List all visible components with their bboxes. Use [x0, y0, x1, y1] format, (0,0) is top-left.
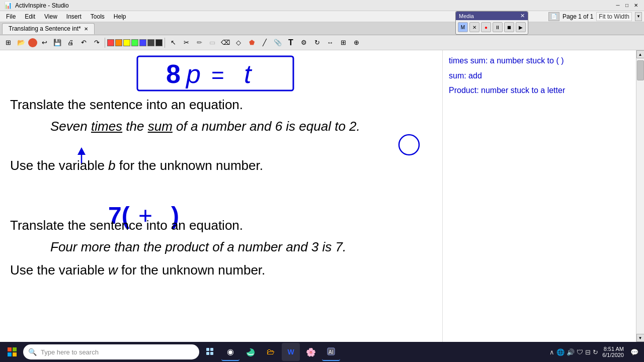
tool-pen[interactable]: ✏: [193, 37, 205, 49]
color-black[interactable]: [155, 39, 163, 46]
media-panel-close-btn[interactable]: ✕: [520, 13, 525, 19]
window-controls[interactable]: ─ □ ✕: [614, 2, 640, 10]
taskbar-task-view[interactable]: [201, 343, 219, 361]
color-dark[interactable]: [147, 39, 154, 46]
tab-close-btn[interactable]: ✕: [84, 26, 88, 32]
clock[interactable]: 8:51 AM 6/1/2020: [602, 346, 624, 358]
color-yellow[interactable]: [123, 39, 130, 46]
page-nav-icon[interactable]: 📄: [548, 12, 559, 21]
media-btn-m[interactable]: M: [458, 22, 468, 32]
menu-insert[interactable]: Insert: [62, 12, 86, 21]
sidebar-line1: times sum: a number stuck to ( ): [449, 54, 630, 67]
windows-icon: [8, 347, 17, 356]
tool-select[interactable]: ⊞: [2, 37, 14, 49]
app-title: ActivInspire - Studio: [15, 2, 69, 9]
tray-volume[interactable]: 🔊: [567, 348, 575, 356]
maximize-button[interactable]: □: [623, 2, 631, 10]
search-placeholder: Type here to search: [41, 348, 99, 356]
taskbar-word[interactable]: W: [282, 343, 300, 361]
media-btn-pause[interactable]: ⏸: [493, 22, 503, 32]
taskbar-edge[interactable]: [242, 343, 260, 361]
tray-battery[interactable]: ⊟: [585, 348, 591, 356]
media-panel: Media ✕ M ✕ ● ⏸ ⏹ ▶: [455, 11, 528, 35]
main-area: 8 p = t 7( + ) Translate the sen: [0, 50, 644, 342]
media-btn-record[interactable]: ●: [481, 22, 491, 32]
tool-red-circle[interactable]: [28, 38, 37, 47]
scroll-thumb[interactable]: [637, 60, 644, 80]
canvas-area[interactable]: 8 p = t 7( + ) Translate the sen: [0, 50, 442, 342]
tool-magic[interactable]: ⚙: [298, 37, 310, 49]
sidebar-line2: sum: add: [449, 69, 630, 82]
tool-line[interactable]: ╱: [259, 37, 271, 49]
right-sidebar: times sum: a number stuck to ( ) sum: ad…: [442, 50, 636, 342]
search-bar[interactable]: 🔍 Type here to search: [23, 344, 199, 359]
tray-security[interactable]: 🛡: [577, 348, 583, 356]
media-panel-title: Media ✕: [456, 12, 528, 20]
svg-rect-13: [8, 352, 12, 356]
tab-label: Translating a Sentence int*: [9, 25, 81, 32]
menu-edit[interactable]: Edit: [21, 12, 39, 21]
fit-to-width-label[interactable]: Fit to Width: [596, 12, 632, 21]
word-times: times: [91, 119, 122, 134]
close-button[interactable]: ✕: [632, 2, 640, 10]
word-the-sum: the: [126, 119, 147, 134]
media-panel-controls: M ✕ ● ⏸ ⏹ ▶: [456, 20, 528, 34]
media-panel-label: Media: [459, 13, 474, 19]
notification-center-btn[interactable]: 💬: [628, 345, 641, 358]
tool-media[interactable]: 📎: [272, 37, 284, 49]
tool-arrow[interactable]: ↖: [167, 37, 179, 49]
tool-save[interactable]: 💾: [51, 37, 63, 49]
tool-redo[interactable]: ↷: [91, 37, 103, 49]
svg-rect-15: [206, 348, 209, 351]
tray-chevron[interactable]: ∧: [549, 348, 554, 356]
tray-network[interactable]: 🌐: [556, 348, 565, 356]
system-tray: ∧ 🌐 🔊 🛡 ⊟ ↻: [549, 348, 598, 356]
taskbar-cortana[interactable]: ◉: [221, 343, 239, 361]
color-blue[interactable]: [139, 39, 146, 46]
color-orange[interactable]: [115, 39, 122, 46]
search-icon: 🔍: [28, 348, 37, 356]
tool-fill[interactable]: ⬟: [246, 37, 258, 49]
tool-eraser[interactable]: ⌫: [219, 37, 231, 49]
tool-shape[interactable]: ◇: [232, 37, 245, 49]
tool-rotate[interactable]: ↻: [311, 37, 323, 49]
media-btn-play[interactable]: ▶: [516, 22, 526, 32]
media-btn-stop[interactable]: ⏹: [504, 22, 514, 32]
menu-help[interactable]: Help: [110, 12, 130, 21]
media-btn-close[interactable]: ✕: [469, 22, 479, 32]
scroll-track[interactable]: ▲ ▼: [636, 50, 644, 342]
active-tab[interactable]: Translating a Sentence int* ✕: [2, 23, 95, 34]
tool-scissors[interactable]: ✂: [180, 37, 192, 49]
tool-extra[interactable]: ⊕: [350, 37, 362, 49]
start-button[interactable]: [3, 343, 21, 361]
tray-updates[interactable]: ↻: [593, 348, 598, 356]
menu-file[interactable]: File: [2, 12, 20, 21]
canvas-line1: Translate the sentence into an equation.: [10, 96, 432, 114]
scroll-up-btn[interactable]: ▲: [636, 50, 645, 58]
tool-open[interactable]: 📂: [15, 37, 27, 49]
canvas-line2: Use the variable b for the unknown numbe…: [10, 156, 432, 174]
minimize-button[interactable]: ─: [614, 2, 622, 10]
tool-flip[interactable]: ↔: [324, 37, 336, 49]
word-is: is: [286, 119, 295, 134]
taskbar-explorer[interactable]: 🗁: [262, 343, 280, 361]
tool-highlight[interactable]: ▭: [206, 37, 218, 49]
clock-date: 6/1/2020: [602, 352, 624, 358]
color-green[interactable]: [131, 39, 138, 46]
taskbar-app5[interactable]: 🌸: [302, 343, 320, 361]
tool-undo-img[interactable]: ↩: [38, 37, 50, 49]
color-red[interactable]: [107, 39, 114, 46]
svg-rect-12: [13, 347, 17, 351]
title-bar: 📊 ActivInspire - Studio ─ □ ✕: [0, 0, 644, 11]
taskbar-activinspire[interactable]: AI: [322, 343, 340, 361]
tool-text[interactable]: T: [285, 37, 297, 49]
scroll-down-btn[interactable]: ▼: [636, 334, 645, 342]
tool-grid[interactable]: ⊞: [337, 37, 349, 49]
menu-view[interactable]: View: [40, 12, 61, 21]
app-icon: 📊: [4, 2, 12, 9]
fit-dropdown-btn[interactable]: ▼: [635, 12, 642, 21]
sentence2-container: Four more than the product of a number a…: [50, 239, 432, 255]
tool-undo[interactable]: ↶: [77, 37, 90, 49]
menu-tools[interactable]: Tools: [87, 12, 109, 21]
tool-print[interactable]: 🖨: [64, 37, 76, 49]
